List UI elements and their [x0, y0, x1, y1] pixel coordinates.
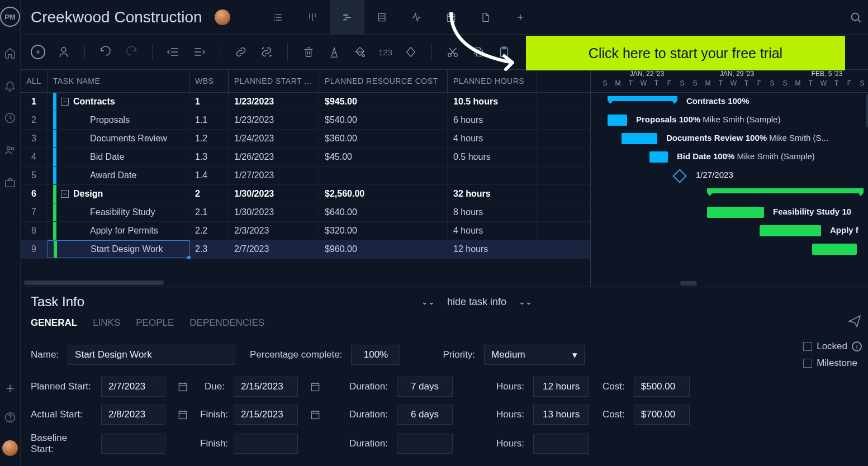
- view-add[interactable]: [503, 0, 538, 35]
- gantt-days: SMTWTFSSMTWTFSSMTWTFS: [591, 79, 868, 92]
- table-row[interactable]: 7Feasibility Study2.11/30/2023$640.008 h…: [21, 203, 590, 222]
- due-field[interactable]: [234, 377, 298, 397]
- svg-point-8: [852, 13, 859, 20]
- actual-start-label: Actual Start:: [31, 409, 92, 420]
- locked-checkbox[interactable]: [803, 342, 812, 351]
- tab-general[interactable]: GENERAL: [31, 317, 77, 329]
- svg-rect-3: [6, 180, 15, 187]
- table-row[interactable]: 6−Design21/30/2023$2,560.0032 hours: [21, 185, 590, 203]
- cut-button[interactable]: [445, 45, 460, 59]
- tab-links[interactable]: LINKS: [93, 317, 120, 329]
- p-cost-field[interactable]: [634, 377, 690, 397]
- col-task-name[interactable]: TASK NAME: [48, 70, 189, 92]
- view-list[interactable]: [260, 0, 295, 35]
- b-hours-field[interactable]: [533, 434, 589, 454]
- col-resource-cost[interactable]: PLANNED RESOURCE COST: [319, 70, 448, 92]
- undo-button[interactable]: [98, 45, 113, 59]
- calendar-icon[interactable]: [307, 378, 324, 395]
- svg-rect-7: [447, 14, 454, 21]
- project-title: Creekwood Construction: [31, 8, 202, 26]
- view-calendar[interactable]: [434, 0, 468, 35]
- delete-button[interactable]: [301, 45, 316, 59]
- paste-button[interactable]: [497, 45, 511, 59]
- tab-dependencies[interactable]: DEPENDENCIES: [189, 317, 264, 329]
- view-files[interactable]: [468, 0, 503, 35]
- gantt-h-scrollbar[interactable]: [680, 281, 697, 286]
- svg-rect-19: [311, 411, 319, 419]
- b-duration-label: Duration:: [349, 438, 388, 449]
- table-row[interactable]: 3Documents Review1.21/24/2023$360.004 ho…: [21, 130, 590, 148]
- collapse-toggle[interactable]: −: [61, 98, 69, 106]
- briefcase-icon[interactable]: [4, 177, 16, 189]
- search-icon[interactable]: [850, 11, 862, 23]
- calendar-icon[interactable]: [307, 406, 324, 423]
- view-sheet[interactable]: [364, 0, 399, 35]
- user-avatar[interactable]: [2, 440, 18, 456]
- hide-task-info-link[interactable]: ⌄⌄ hide task info ⌄⌄: [421, 296, 532, 308]
- finish-field[interactable]: [234, 405, 298, 425]
- home-icon[interactable]: [4, 47, 16, 59]
- indent-button[interactable]: [192, 45, 206, 59]
- cta-banner[interactable]: Click here to start your free trial: [526, 36, 845, 70]
- due-label: Due:: [200, 381, 225, 392]
- p-hours-field[interactable]: [533, 377, 589, 397]
- plus-icon[interactable]: [4, 382, 16, 394]
- name-field[interactable]: [68, 345, 235, 365]
- table-row[interactable]: 5Award Date1.41/27/2023: [21, 167, 590, 185]
- copy-button[interactable]: [471, 45, 486, 59]
- col-planned-hours[interactable]: PLANNED HOURS: [448, 70, 537, 92]
- baseline-start-field[interactable]: [101, 434, 165, 454]
- b-duration-field[interactable]: [397, 434, 453, 454]
- pm-logo[interactable]: PM: [0, 7, 20, 27]
- planned-start-field[interactable]: [101, 377, 165, 397]
- task-info-title: Task Info: [31, 294, 84, 310]
- people-icon[interactable]: [4, 144, 16, 156]
- table-row[interactable]: 8Apply for Permits2.22/3/2023$320.004 ho…: [21, 222, 590, 240]
- gantt-chart[interactable]: Contracts 100%Proposals 100% Mike Smith …: [591, 93, 868, 287]
- p-duration-field[interactable]: [397, 377, 453, 397]
- view-gantt[interactable]: [330, 0, 364, 35]
- fill-button[interactable]: [353, 45, 367, 59]
- priority-select[interactable]: Medium▾: [484, 345, 585, 365]
- h-scrollbar[interactable]: [21, 279, 590, 287]
- unlink-button[interactable]: [259, 45, 274, 59]
- help-icon[interactable]: [4, 411, 16, 424]
- actual-start-field[interactable]: [101, 405, 165, 425]
- milestone-checkbox[interactable]: [803, 359, 812, 368]
- a-cost-field[interactable]: [634, 405, 690, 425]
- text-format-button[interactable]: [327, 45, 341, 59]
- p-cost-label: Cost:: [603, 381, 625, 392]
- info-icon[interactable]: i: [852, 341, 862, 351]
- table-row[interactable]: 2Proposals1.11/23/2023$540.006 hours: [21, 111, 590, 130]
- redo-button[interactable]: [124, 45, 139, 59]
- tab-people[interactable]: PEOPLE: [136, 317, 174, 329]
- a-duration-field[interactable]: [397, 405, 453, 425]
- table-row[interactable]: 1−Contracts11/23/2023$945.0010.5 hours: [21, 93, 590, 111]
- bell-icon[interactable]: [4, 79, 16, 92]
- b-hours-label: Hours:: [496, 438, 524, 449]
- add-task-button[interactable]: [31, 45, 45, 59]
- collapse-toggle[interactable]: −: [61, 190, 69, 198]
- svg-rect-17: [311, 383, 319, 391]
- project-avatar[interactable]: [215, 9, 230, 25]
- pct-field[interactable]: [351, 345, 400, 365]
- clock-icon[interactable]: [4, 112, 16, 124]
- table-row[interactable]: 4Bid Date1.31/26/2023$45.000.5 hours: [21, 148, 590, 167]
- milestone-button[interactable]: [404, 45, 418, 59]
- table-row[interactable]: 9Start Design Work2.32/7/2023$960.0012 h…: [21, 240, 590, 259]
- outdent-button[interactable]: [166, 45, 181, 59]
- view-activity[interactable]: [399, 0, 434, 35]
- b-finish-label: Finish:: [200, 438, 225, 449]
- send-icon[interactable]: [847, 314, 862, 329]
- b-finish-field[interactable]: [234, 434, 298, 454]
- a-hours-field[interactable]: [533, 405, 589, 425]
- col-planned-start[interactable]: PLANNED START ...: [229, 70, 319, 92]
- col-all[interactable]: ALL: [21, 70, 48, 92]
- view-board[interactable]: [295, 0, 330, 35]
- calendar-icon[interactable]: [174, 406, 191, 423]
- planned-start-label: Planned Start:: [31, 381, 92, 392]
- calendar-icon[interactable]: [174, 378, 191, 395]
- assign-button[interactable]: [56, 45, 71, 59]
- col-wbs[interactable]: WBS: [189, 70, 229, 92]
- link-button[interactable]: [234, 45, 248, 59]
